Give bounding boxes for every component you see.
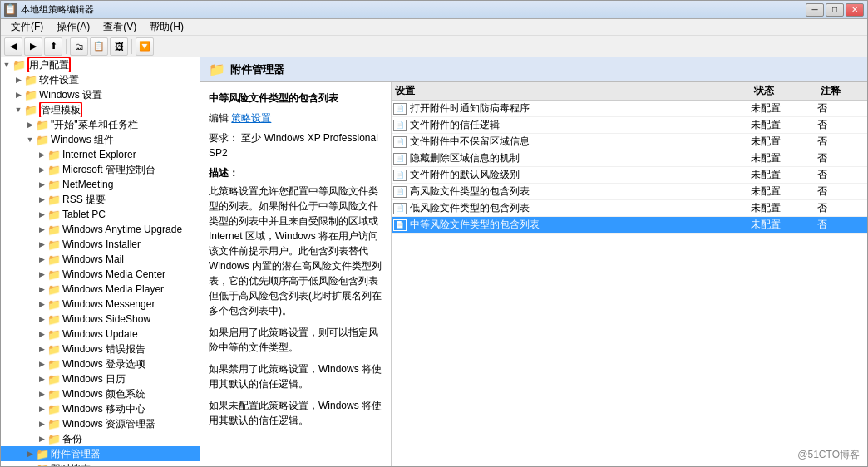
tree-item-admin-templates[interactable]: ▼ 📁 管理模板 [1,102,200,117]
tree-item-win-color[interactable]: ▶ 📁 Windows 颜色系统 [1,386,200,401]
menu-file[interactable]: 文件(F) [4,18,50,36]
tree-item-ie[interactable]: ▶ 📁 Internet Explorer [1,147,200,162]
desc-body-text: 此策略设置允许您配置中等风险文件类型的列表。如果附件位于中等风险文件类型的列表中… [209,184,382,318]
folder-icon: 📁 [47,312,61,326]
settings-row[interactable]: 📄 文件附件的信任逻辑 未配置 否 [392,117,867,134]
toolbar-separator-1 [66,39,67,54]
expand-icon: ▼ [1,59,12,71]
tree-label: Windows Anytime Upgrade [62,224,182,235]
tree-label: Tablet PC [62,209,106,220]
description-panel: 中等风险文件类型的包含列表 编辑 策略设置 要求： 至少 Windows XP … [200,82,392,466]
toolbar-separator-2 [131,39,132,54]
folder-icon: 📁 [47,297,61,311]
menu-view[interactable]: 查看(V) [96,18,143,36]
expand-icon: ▶ [36,209,47,220]
tree-item-win-errreport[interactable]: ▶ 📁 Windows 错误报告 [1,342,200,356]
edit-prefix: 编辑 [209,112,229,124]
tree-item-win-mail[interactable]: ▶ 📁 Windows Mail [1,252,200,267]
policy-icon: 📄 [392,184,408,200]
tree-item-win-sideshow[interactable]: ▶ 📁 Windows SideShow [1,312,200,327]
expand-icon: ▶ [36,164,47,175]
desc-requirement: 要求： 至少 Windows XP Professional SP2 [209,130,382,160]
desc-extra2: 如果禁用了此策略设置，Windows 将使用其默认的信任逻辑。 [209,361,382,391]
tree-item-win-mediacenter[interactable]: ▶ 📁 Windows Media Center [1,267,200,282]
tree-item-win-res[interactable]: ▶ 📁 Windows 资源管理器 [1,416,200,431]
settings-row[interactable]: 📄 低风险文件类型的包含列表 未配置 否 [392,200,867,217]
tree-label: RSS 提要 [62,193,106,207]
settings-row[interactable]: 📄 打开附件时通知防病毒程序 未配置 否 [392,101,867,117]
req-label: 要求： [209,132,239,144]
tree-item-instant-search[interactable]: ▶ 📁 即时搜索 [1,461,200,466]
minimize-button[interactable]: ─ [806,3,824,17]
policy-icon: 📄 [392,167,408,184]
content-header: 📁 附件管理器 [200,57,867,82]
settings-row[interactable]: 📄 高风险文件类型的包含列表 未配置 否 [392,184,867,200]
up-button[interactable]: ⬆ [44,37,62,56]
tree-item-win-move[interactable]: ▶ 📁 Windows 移动中心 [1,401,200,416]
settings-row[interactable]: 📄 隐藏删除区域信息的机制 未配置 否 [392,150,867,167]
folder-icon: 📁 [47,342,61,356]
tree-label: 软件设置 [39,73,79,87]
expand-icon: ▶ [36,224,47,235]
row-state: 未配置 [751,151,817,165]
folder-icon: 📁 [36,133,49,146]
policy-icon: 📄 [392,117,408,134]
tree-item-win-login[interactable]: ▶ 📁 Windows 登录选项 [1,356,200,371]
col-header-note: 注释 [817,84,867,98]
row-setting-name: 打开附件时通知防病毒程序 [408,101,751,116]
tree-item-win-update[interactable]: ▶ 📁 Windows Update [1,327,200,342]
close-button[interactable]: ✕ [846,3,864,17]
properties-button[interactable]: 🖼 [110,37,128,56]
policy-settings-link[interactable]: 策略设置 [231,112,271,124]
show-hide-button[interactable]: 🗂 [70,37,88,56]
expand-icon: ▶ [24,448,36,460]
tree-item-start-menu[interactable]: ▶ 📁 "开始"菜单和任务栏 [1,117,200,132]
tree-item-win-calendar[interactable]: ▶ 📁 Windows 日历 [1,371,200,386]
maximize-button[interactable]: □ [826,3,844,17]
menu-help[interactable]: 帮助(H) [143,18,190,36]
settings-row-selected[interactable]: 📄 中等风险文件类型的包含列表 未配置 否 [392,217,867,234]
new-button[interactable]: 📋 [90,37,108,56]
policy-icon: 📄 [392,101,408,117]
tree-label: Windows Media Center [62,268,165,280]
tree-item-win-messenger[interactable]: ▶ 📁 Windows Messenger [1,297,200,312]
folder-icon: 📁 [24,88,37,101]
row-setting-name: 文件附件的信任逻辑 [408,118,751,132]
tree-item-netmeeting[interactable]: ▶ 📁 NetMeeting [1,177,200,192]
expand-icon: ▶ [36,328,47,340]
tree-label: Windows 移动中心 [62,402,145,416]
forward-button[interactable]: ▶ [24,37,42,56]
tree-item-backup[interactable]: ▶ 📁 备份 [1,431,200,446]
tree-label: 管理模板 [39,102,82,117]
tree-item-ms-mgmt[interactable]: ▶ 📁 Microsoft 管理控制台 [1,162,200,177]
tree-panel: ▼ 📁 用户配置 ▶ 📁 软件设置 ▶ 📁 Windows 设置 ▼ 📁 管理 [1,57,200,466]
tree-item-rss[interactable]: ▶ 📁 RSS 提要 [1,192,200,207]
tree-item-tablet-pc[interactable]: ▶ 📁 Tablet PC [1,207,200,222]
policy-document-icon: 📄 [393,203,407,214]
col-header-state: 状态 [751,84,817,98]
tree-item-windows-components[interactable]: ▼ 📁 Windows 组件 [1,132,200,147]
tree-item-win-installer[interactable]: ▶ 📁 Windows Installer [1,237,200,252]
policy-document-icon: 📄 [393,103,407,115]
row-note: 否 [817,168,867,182]
settings-row[interactable]: 📄 文件附件的默认风险级别 未配置 否 [392,167,867,184]
expand-icon: ▶ [36,149,47,160]
tree-item-win-mediaplayer[interactable]: ▶ 📁 Windows Media Player [1,282,200,297]
tree-item-win-anytime[interactable]: ▶ 📁 Windows Anytime Upgrade [1,222,200,237]
menu-action[interactable]: 操作(A) [50,18,96,36]
expand-icon: ▶ [36,194,47,205]
main-area: ▼ 📁 用户配置 ▶ 📁 软件设置 ▶ 📁 Windows 设置 ▼ 📁 管理 [1,57,867,466]
settings-row[interactable]: 📄 文件附件中不保留区域信息 未配置 否 [392,134,867,150]
main-window: 📋 本地组策略编辑器 ─ □ ✕ 文件(F) 操作(A) 查看(V) 帮助(H)… [0,0,868,467]
folder-icon: 📁 [24,103,37,116]
folder-icon: 📁 [47,432,61,445]
settings-table-header: 设置 状态 注释 [392,82,867,101]
filter-button[interactable]: 🔽 [136,37,154,56]
tree-item-attachment-mgr[interactable]: ▶ 📁 附件管理器 [1,446,200,461]
tree-item-windows-settings[interactable]: ▶ 📁 Windows 设置 [1,87,200,102]
tree-item-user-config[interactable]: ▼ 📁 用户配置 [1,57,200,72]
back-button[interactable]: ◀ [4,37,22,56]
tree-item-software-settings[interactable]: ▶ 📁 软件设置 [1,72,200,87]
folder-icon: 📁 [47,163,61,176]
row-setting-name: 文件附件的默认风险级别 [408,168,751,182]
